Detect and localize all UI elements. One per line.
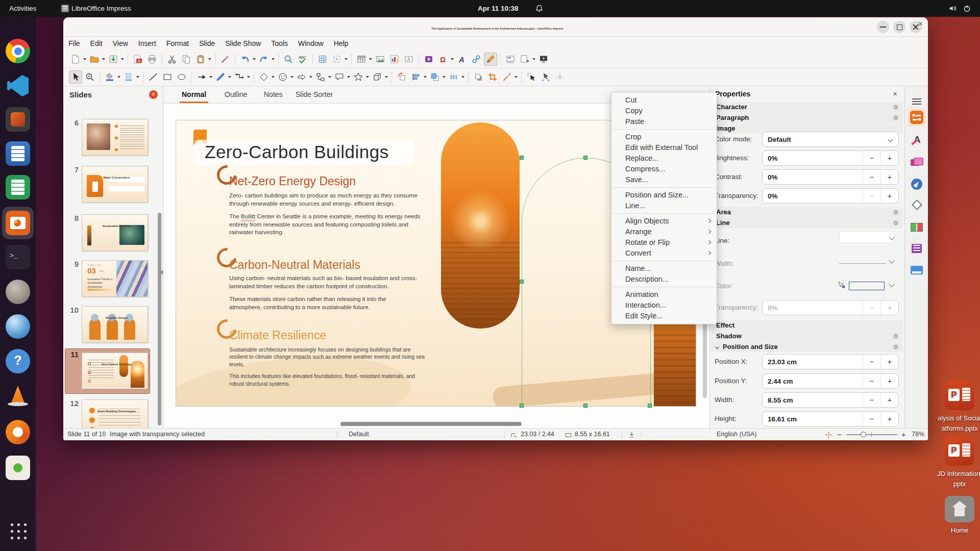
context-menu-item-compress[interactable]: Compress... (611, 164, 717, 174)
deck-tab-properties[interactable] (908, 108, 926, 127)
rotate-icon[interactable] (395, 70, 408, 84)
flowchart-icon[interactable] (314, 70, 327, 84)
align-dropdown-arrow[interactable] (424, 76, 427, 78)
export-pdf-icon[interactable] (131, 53, 144, 66)
glue-points-icon[interactable] (553, 70, 567, 84)
new-slide-icon[interactable] (518, 53, 531, 66)
redo-icon[interactable] (257, 53, 271, 66)
section-position-size[interactable]: Position and Size (712, 342, 903, 352)
increment-button[interactable]: + (880, 300, 898, 315)
context-menu-item-arrange[interactable]: Arrange (611, 227, 717, 237)
dock-item-software-store[interactable] (6, 456, 30, 480)
titlebar[interactable]: The Application of Sustainable Developme… (63, 17, 928, 37)
save-icon[interactable] (107, 53, 120, 66)
callouts-dropdown-arrow[interactable] (347, 76, 350, 78)
filter-icon[interactable] (500, 70, 513, 84)
increment-button[interactable]: + (880, 355, 898, 369)
slide-thumbnail-row-8[interactable]: 8Sustainable Materials (65, 213, 150, 253)
powerpoint-file-icon[interactable] (945, 381, 974, 410)
context-menu-item-animation[interactable]: Animation (611, 289, 717, 300)
section-effect[interactable]: Effect (712, 320, 903, 331)
basic-shapes-dropdown-arrow[interactable] (272, 76, 275, 78)
dock-item-chrome[interactable] (6, 39, 30, 63)
zoom-icon[interactable] (83, 70, 96, 84)
increment-button[interactable]: + (880, 412, 898, 426)
context-menu-item-replace[interactable]: Replace... (611, 153, 717, 164)
context-menu-item-line[interactable]: Line... (611, 201, 717, 211)
chevron-down-icon[interactable] (889, 281, 894, 287)
slide-title[interactable]: Zero-Carbon Buildings (205, 142, 389, 162)
show-draw-functions-icon[interactable] (484, 53, 497, 66)
menu-tools[interactable]: Tools (266, 37, 293, 51)
dock-item-globe[interactable] (6, 314, 30, 339)
slide-thumbnail-row-12[interactable]: 12Smart Building Technologies (65, 398, 150, 428)
slides-panel-scrollbar[interactable] (158, 213, 161, 425)
selection-handle[interactable] (520, 280, 524, 284)
context-menu-item-rotate-or-flip[interactable]: Rotate or Flip (611, 237, 717, 248)
dock-item-gimp[interactable] (6, 280, 30, 304)
spelling-icon[interactable] (296, 53, 309, 66)
horizontal-scrollbar[interactable] (340, 422, 522, 426)
slide-thumbnail[interactable]: Biophilic Design (82, 306, 148, 343)
menu-file[interactable]: File (63, 37, 85, 51)
insert-media-icon[interactable] (422, 53, 435, 66)
master-slide-icon[interactable] (504, 53, 517, 66)
gear-icon[interactable] (892, 333, 899, 340)
dock-item-vlc[interactable] (6, 384, 30, 408)
menu-format[interactable]: Format (161, 37, 194, 51)
status-zoom-level[interactable]: 78% (912, 429, 924, 441)
redo-dropdown-arrow[interactable] (272, 58, 275, 60)
desktop-file-jd-information-pptx[interactable]: JD Information. pptx (940, 436, 979, 489)
increment-button[interactable]: + (880, 393, 898, 407)
slide-thumbnail[interactable] (82, 119, 148, 156)
deck-tab-animation[interactable] (908, 239, 926, 258)
dock-item-app-grid[interactable] (9, 521, 29, 541)
tab-slide-sorter[interactable]: Slide Sorter (293, 86, 335, 103)
print-icon[interactable] (145, 53, 159, 66)
menu-view[interactable]: View (108, 37, 133, 51)
slide-thumbnail[interactable]: Smart Building Technologies (82, 399, 148, 428)
symbol-shapes-dropdown-arrow[interactable] (290, 76, 293, 78)
open-dropdown-arrow[interactable] (102, 58, 105, 60)
dock-item-vscode[interactable] (6, 73, 30, 98)
section-line[interactable]: Line (712, 218, 903, 228)
clock[interactable]: Apr 11 10:38 (474, 0, 523, 17)
connector-icon[interactable] (233, 70, 246, 84)
gear-icon[interactable] (892, 343, 899, 350)
flowchart-dropdown-arrow[interactable] (328, 76, 331, 78)
gear-icon[interactable] (892, 104, 899, 111)
increment-button[interactable]: + (880, 189, 898, 203)
3d-objects-icon[interactable] (371, 70, 384, 84)
connector-dropdown-arrow[interactable] (247, 76, 250, 78)
color-mode-select[interactable]: Default (762, 132, 899, 147)
distribute-icon[interactable] (447, 70, 460, 84)
clone-formatting-icon[interactable] (218, 53, 232, 66)
fill-color-dropdown-arrow[interactable] (117, 76, 120, 78)
paste-dropdown-arrow[interactable] (208, 58, 211, 60)
activities-button[interactable]: Activities (5, 0, 40, 17)
section-body[interactable]: Zero- carbon buildings aim to produce as… (229, 192, 433, 241)
special-character-dropdown-arrow[interactable] (451, 58, 454, 60)
context-menu-item-align-objects[interactable]: Align Objects (611, 216, 717, 227)
slide-thumbnail[interactable]: Water Conservation (82, 166, 148, 203)
hyperlink-icon[interactable] (470, 53, 483, 66)
power-icon[interactable] (963, 4, 971, 13)
selection-handle[interactable] (583, 404, 587, 408)
menu-slide-show[interactable]: Slide Show (220, 37, 266, 51)
slide-thumbnail[interactable]: YOUR LOGO03PARTInnovative Trends in Sust… (82, 260, 148, 297)
lines-arrows-icon[interactable] (195, 70, 208, 84)
panel-collapse-arrow-icon[interactable] (160, 270, 163, 275)
menu-insert[interactable]: Insert (133, 37, 161, 51)
insert-image-icon[interactable] (374, 53, 387, 66)
context-menu-item-edit-with-external-tool[interactable]: Edit with External Tool (611, 142, 717, 153)
chevron-down-icon[interactable] (889, 258, 894, 263)
increment-button[interactable]: + (880, 151, 898, 165)
increment-button[interactable]: + (880, 170, 898, 184)
paste-icon[interactable] (194, 53, 207, 66)
zoom-out-button[interactable]: − (837, 429, 842, 441)
focused-app-name[interactable]: LibreOffice Impress (67, 0, 135, 17)
decrement-button[interactable]: − (863, 189, 880, 203)
decrement-button[interactable]: − (863, 300, 880, 315)
crop-icon[interactable] (486, 70, 499, 84)
fill-color-icon[interactable] (103, 70, 116, 84)
